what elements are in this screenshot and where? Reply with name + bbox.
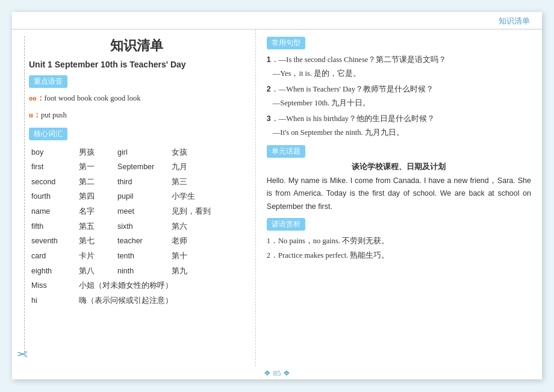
vocab-cell: 男孩 <box>76 145 115 160</box>
vocab-cell: sixth <box>115 219 169 234</box>
phonics-section-tag: 重点语音 <box>29 75 67 88</box>
header-title: 知识清单 <box>499 16 530 25</box>
sentences-section: 常用句型 1．—Is the second class Chinese？第二节课… <box>267 37 531 139</box>
page-num-deco: ❖ <box>264 369 273 378</box>
vocab-cell: first <box>29 160 76 175</box>
vocab-table: boy男孩girl女孩first第一September九月second第二thi… <box>29 145 244 308</box>
vocab-row: fourth第四pupil小学生 <box>29 189 244 204</box>
vocab-cell: 女孩 <box>169 145 244 160</box>
vocab-cell: pupil <box>115 189 169 204</box>
vocab-cell: second <box>29 175 76 190</box>
vocab-cell: 见到，看到 <box>169 204 244 219</box>
topic-section-tag: 单元话题 <box>267 145 305 158</box>
vocab-cell: 第五 <box>76 219 115 234</box>
vocab-cell: 小学生 <box>169 189 244 204</box>
phonics-u: u：put push <box>29 108 244 123</box>
sentences-section-tag: 常用句型 <box>267 37 305 49</box>
sentence-q: ．—Is the second class Chinese？第二节课是语文吗？ <box>271 55 447 64</box>
phonics-oo: oo：foot wood book cook good look <box>29 92 244 106</box>
right-column: 常用句型 1．—Is the second class Chinese？第二节课… <box>256 30 542 366</box>
vocab-cell: girl <box>115 145 169 160</box>
phonics-words-u: put push <box>41 111 67 119</box>
sentence-num: 3 <box>267 114 271 123</box>
vocab-cell: eighth <box>29 264 76 279</box>
vocab-cell: tenth <box>115 249 169 264</box>
vocab-cell: name <box>29 204 76 219</box>
vocab-cell: third <box>115 175 169 190</box>
header-bar: 知识清单 <box>12 12 542 30</box>
vocab-cell: September <box>115 160 169 175</box>
sentence-a: —Yes，it is. 是的，它是。 <box>267 69 361 78</box>
vocab-cell: 小姐（对未婚女性的称呼） <box>76 278 244 293</box>
vocab-row: card卡片tenth第十 <box>29 249 244 264</box>
vocab-cell: 第三 <box>169 175 244 190</box>
topic-title: 谈论学校课程、日期及计划 <box>267 161 531 172</box>
vocab-row: name名字meet见到，看到 <box>29 204 244 219</box>
vocab-cell: Miss <box>29 278 76 293</box>
vocab-cell: 第九 <box>169 264 244 279</box>
vocab-row: seventh第七teacher老师 <box>29 234 244 249</box>
sentence-item: 3．—When is his birthday？他的生日是什么时候？—It's … <box>267 112 531 139</box>
vocab-cell: meet <box>115 204 169 219</box>
vocab-cell: 九月 <box>169 160 244 175</box>
vocab-cell: 第一 <box>76 160 115 175</box>
sentence-num: 1 <box>267 55 271 64</box>
sentence-a: —September 10th. 九月十日。 <box>267 99 371 107</box>
vocab-cell: fourth <box>29 189 76 204</box>
sentence-a: —It's on September the ninth. 九月九日。 <box>267 128 404 137</box>
page-number: ❖ 85 ❖ <box>12 366 542 379</box>
unit-title: Unit 1 September 10th is Teachers' Day <box>29 60 244 69</box>
vocab-cell: 第八 <box>76 264 115 279</box>
vocab-row: boy男孩girl女孩 <box>29 145 244 160</box>
left-column: 知识清单 Unit 1 September 10th is Teachers' … <box>12 30 256 366</box>
vocab-cell: 老师 <box>169 234 244 249</box>
page: 知识清单 知识清单 Unit 1 September 10th is Teach… <box>12 12 542 379</box>
vocab-cell: boy <box>29 145 76 160</box>
vocab-cell: 第七 <box>76 234 115 249</box>
vocab-cell: teacher <box>115 234 169 249</box>
vocab-row: first第一September九月 <box>29 160 244 175</box>
vocab-cell: 名字 <box>76 204 115 219</box>
proverb-list: 1．No pains，no gains. 不劳则无获。2．Practice ma… <box>267 234 531 263</box>
vocab-cell: card <box>29 249 76 264</box>
vocab-row: hi嗨（表示问候或引起注意） <box>29 293 244 308</box>
sentence-q: ．—When is Teachers' Day？教师节是什么时候？ <box>271 85 434 93</box>
vocab-cell: fifth <box>29 219 76 234</box>
vocab-row: fifth第五sixth第六 <box>29 219 244 234</box>
scissors-icon: ✂ <box>17 346 28 361</box>
vocab-row: Miss小姐（对未婚女性的称呼） <box>29 278 244 293</box>
vocab-row: second第二third第三 <box>29 175 244 190</box>
page-title: 知识清单 <box>29 37 244 55</box>
page-num-deco2: ❖ <box>281 369 290 378</box>
proverb-item: 2．Practice makes perfect. 熟能生巧。 <box>267 249 531 263</box>
proverbs-section: 谚语赏析 1．No pains，no gains. 不劳则无获。2．Practi… <box>267 218 531 263</box>
content-area: 知识清单 Unit 1 September 10th is Teachers' … <box>12 30 542 366</box>
vocab-cell: 第十 <box>169 249 244 264</box>
sentence-item: 2．—When is Teachers' Day？教师节是什么时候？—Septe… <box>267 82 531 110</box>
sentence-list: 1．—Is the second class Chinese？第二节课是语文吗？… <box>267 53 531 139</box>
vocab-cell: ninth <box>115 264 169 279</box>
phonics-symbol-u: u： <box>29 111 41 119</box>
vocab-cell: 嗨（表示问候或引起注意） <box>76 293 244 308</box>
topic-section: 单元话题 谈论学校课程、日期及计划 Hello. My name is Mike… <box>267 145 531 213</box>
vocab-cell: hi <box>29 293 76 308</box>
page-num-text: 85 <box>273 369 281 378</box>
phonics-words-oo: foot wood book cook good look <box>45 94 141 102</box>
vocab-section-tag: 核心词汇 <box>29 128 67 140</box>
vocab-cell: 第四 <box>76 189 115 204</box>
proverbs-section-tag: 谚语赏析 <box>267 218 305 231</box>
topic-text: Hello. My name is Mike. I come from Cana… <box>267 175 531 213</box>
vocab-cell: seventh <box>29 234 76 249</box>
sentence-q: ．—When is his birthday？他的生日是什么时候？ <box>271 114 435 123</box>
margin-line <box>24 36 25 355</box>
sentence-item: 1．—Is the second class Chinese？第二节课是语文吗？… <box>267 53 531 80</box>
vocab-cell: 第二 <box>76 175 115 190</box>
vocab-row: eighth第八ninth第九 <box>29 264 244 279</box>
vocab-cell: 第六 <box>169 219 244 234</box>
vocab-cell: 卡片 <box>76 249 115 264</box>
phonics-symbol-oo: oo： <box>29 94 45 102</box>
proverb-item: 1．No pains，no gains. 不劳则无获。 <box>267 234 531 249</box>
sentence-num: 2 <box>267 85 271 93</box>
